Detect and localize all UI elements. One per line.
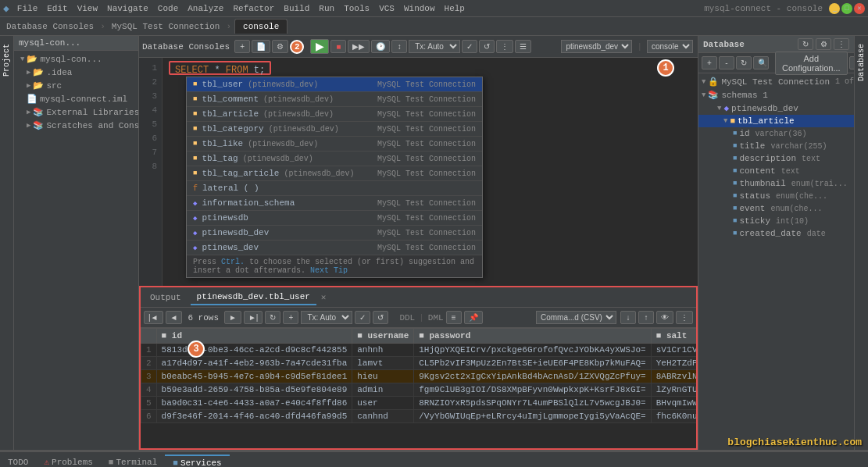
cell-password[interactable]: 9Kgsv2ct2xIgCxYipAnkBd4bAcnAsD/1ZXVQgZcP… xyxy=(414,370,651,383)
table-row[interactable]: 6 d9f3e46f-2014-4f46-ac40-dfd446fa99d5 c… xyxy=(141,410,697,423)
commit-btn[interactable]: ✓ xyxy=(355,311,370,324)
breadcrumb-db-consoles[interactable]: Database Consoles xyxy=(3,20,97,33)
new-console-button[interactable]: + xyxy=(234,40,250,53)
services-tab[interactable]: ■ Services xyxy=(165,455,229,468)
reload-button[interactable]: ↻ xyxy=(265,311,280,324)
menu-vcs[interactable]: VCS xyxy=(374,2,399,15)
db-field-item[interactable]: ■ id varchar(36) xyxy=(698,127,854,140)
tree-ext-libs[interactable]: ▶ 📚 External Libraries xyxy=(14,105,138,119)
ac-item-tbl-like[interactable]: ■ tbl_like (ptinewsdb_dev) MySQL Test Co… xyxy=(187,137,482,152)
schema-table-button[interactable]: ☰ xyxy=(515,40,531,53)
cell-id[interactable]: d9f3e46f-2014-4f46-ac40-dfd446fa99d5 xyxy=(156,410,352,423)
ac-item-tbl-tag[interactable]: ■ tbl_tag (ptinewsdb_dev) MySQL Test Con… xyxy=(187,152,482,166)
db-field-item[interactable]: ■ description text xyxy=(698,152,854,165)
export-button[interactable]: ↓ xyxy=(620,311,636,324)
more-result-button[interactable]: ⋮ xyxy=(676,311,693,324)
db-field-item[interactable]: ■ sticky int(10) xyxy=(698,215,854,227)
cell-username[interactable]: admin xyxy=(352,383,414,397)
menu-build[interactable]: Build xyxy=(279,2,314,15)
cell-username[interactable]: anhnh xyxy=(352,344,414,357)
ac-item-tbl-article[interactable]: ■ tbl_article (ptinewsdb_dev) MySQL Test… xyxy=(187,107,482,122)
table-row[interactable]: 2 a17d4d97-a41f-4eb2-963b-7a47cde31fba l… xyxy=(141,357,697,370)
tree-src[interactable]: ▶ 📂 src xyxy=(14,79,138,92)
cell-salt[interactable]: lZyRnGTUB/B27jneWswlfg== xyxy=(651,383,696,397)
tree-scratches[interactable]: ▶ 📚 Scratches and Consoles xyxy=(14,119,138,132)
menu-analyze[interactable]: Analyze xyxy=(183,2,228,15)
cell-salt[interactable]: fhc6K0numq00gHhFBlqGog== xyxy=(651,410,696,423)
tx-auto-select[interactable]: Tx: Auto xyxy=(301,311,352,324)
db-add-button[interactable]: + xyxy=(702,56,717,70)
minimize-button[interactable]: ⎯ xyxy=(829,3,840,14)
add-row-button[interactable]: + xyxy=(283,311,298,324)
cell-username[interactable]: lamvt xyxy=(352,357,414,370)
eye-button[interactable]: 👁 xyxy=(656,311,673,324)
tx-select[interactable]: Tx: Auto xyxy=(409,40,460,53)
db-field-item[interactable]: ■ thumbnail enum(trai... xyxy=(698,177,854,190)
ac-item-info-schema[interactable]: ◆ information_schema MySQL Test Connecti… xyxy=(187,196,482,211)
menu-navigate[interactable]: Navigate xyxy=(102,2,153,15)
db-field-item[interactable]: ■ content text xyxy=(698,165,854,177)
output-tab[interactable]: Output xyxy=(144,291,188,305)
db-table-tbl-article[interactable]: ▼ ■ tbl_article xyxy=(698,115,854,127)
db-selector[interactable]: ptinewsdb_dev xyxy=(561,40,632,53)
stop-button[interactable]: ■ xyxy=(330,40,346,53)
ac-item-tbl-category[interactable]: ■ tbl_category (ptinewsdb_dev) MySQL Tes… xyxy=(187,122,482,137)
first-button[interactable]: |◄ xyxy=(144,311,163,324)
tree-iml[interactable]: 📄 mysql-connect.iml xyxy=(14,92,138,105)
cell-id[interactable]: a17d4d97-a41f-4eb2-963b-7a47cde31fba xyxy=(156,357,352,370)
db-refresh-button[interactable]: ↻ xyxy=(798,38,813,50)
col-password[interactable]: ■ password xyxy=(414,329,651,344)
db-remove-button[interactable]: - xyxy=(719,56,734,70)
cell-password[interactable]: fgm9ClUB3gIOI/DS8XMpBFyvn0WwpkxpK+KsrFJ8… xyxy=(414,383,651,397)
db-field-item[interactable]: ■ event enum(che... xyxy=(698,202,854,215)
cell-salt[interactable]: 8ABRzvlNVGcuTrx8Kz9UDA== xyxy=(651,370,696,383)
db-more-button[interactable]: ⋮ xyxy=(834,38,849,50)
ac-item-tbl-tag-article[interactable]: ■ tbl_tag_article (ptinewsdb_dev) MySQL … xyxy=(187,166,482,181)
menu-code[interactable]: Code xyxy=(153,2,183,15)
prev-button[interactable]: ◄ xyxy=(166,311,183,324)
resume-button[interactable]: ▶▶ xyxy=(348,40,370,53)
ac-item-tbl-comment[interactable]: ■ tbl_comment (ptinewsdb_dev) MySQL Test… xyxy=(187,92,482,107)
cell-id[interactable]: b0eabc45-b945-4e7c-a9b4-c9d5ef81dee1 xyxy=(156,370,352,383)
console-selector[interactable]: console xyxy=(647,40,693,53)
menu-file[interactable]: File xyxy=(13,2,42,15)
close-button[interactable]: ✕ xyxy=(854,3,865,14)
tbl-user-tab[interactable]: ptinewsdb_dev.tbl_user xyxy=(191,290,316,305)
cell-id[interactable]: ba9d0c31-c4e6-4433-a0a7-e40c4f8ffd86 xyxy=(156,397,352,410)
autocomplete-dropdown[interactable]: ■ tbl_user (ptinewsdb_dev) MySQL Test Co… xyxy=(186,77,483,278)
cell-salt[interactable]: YeH2TZdP7UqJbzl1olov3g== xyxy=(651,357,696,370)
ac-item-ptinewsdb[interactable]: ◆ ptinewsdb MySQL Test Connection xyxy=(187,211,482,226)
tree-root[interactable]: ▼ 📂 mysql-con... xyxy=(14,52,138,66)
db-sync-button[interactable]: ↻ xyxy=(736,56,752,70)
next-button[interactable]: ► xyxy=(224,311,241,324)
menu-window[interactable]: Window xyxy=(399,2,440,15)
breadcrumb-connection[interactable]: MySQL Test Connection xyxy=(109,20,223,33)
problems-tab[interactable]: ⚠ Problems xyxy=(36,455,100,467)
menu-help[interactable]: Help xyxy=(440,2,470,15)
last-button[interactable]: ►| xyxy=(244,311,263,324)
history-button[interactable]: 🕑 xyxy=(371,40,390,53)
database-side-tab[interactable]: Database xyxy=(855,39,868,86)
cell-salt[interactable]: BHvqmIwWAxJERPPhuWEvGw== xyxy=(651,397,696,410)
cell-password[interactable]: CL5Pb2vIF3MpUz2En7BtSE+ieUE6F4PE8Kbp7kMu… xyxy=(414,357,651,370)
add-config-button[interactable]: Add Configuration... xyxy=(775,52,848,75)
maximize-button[interactable]: □ xyxy=(841,3,852,14)
import-button[interactable]: ↑ xyxy=(638,311,654,324)
more-button[interactable]: ⋮ xyxy=(496,40,513,53)
db-field-item[interactable]: ■ title varchar(255) xyxy=(698,140,854,152)
menu-edit[interactable]: Edit xyxy=(42,2,72,15)
close-tab-icon[interactable]: ✕ xyxy=(321,292,327,302)
table-row[interactable]: 4 b59e3add-2659-4758-b85a-d5e9fe804e89 a… xyxy=(141,383,697,397)
menu-refactor[interactable]: Refactor xyxy=(228,2,279,15)
db-schemas-item[interactable]: ▼ 📚 schemas 1 xyxy=(698,88,854,102)
cell-password[interactable]: /VyYbGWIUqEp+eLRrcy4uImjLgmmopeIygi5yVaA… xyxy=(414,410,651,423)
db-connection-item[interactable]: ▼ 🔒 MySQL Test Connection 1 of 11 xyxy=(698,75,854,88)
table-row[interactable]: 3 b0eabc45-b945-4e7c-a9b4-c9d5ef81dee1 h… xyxy=(141,370,697,383)
col-salt[interactable]: ■ salt xyxy=(651,329,696,344)
table-row[interactable]: 1 5813dc9e-0be3-46cc-a2cd-d9c8cf442855 a… xyxy=(141,344,697,357)
tree-idea[interactable]: ▶ 📂 .idea xyxy=(14,66,138,79)
db-settings-button[interactable]: ⚙ xyxy=(816,38,831,50)
cell-salt[interactable]: sV1Cr1CVRVtrWWCp6ISOww== xyxy=(651,344,696,357)
filter-button[interactable]: ≡ xyxy=(446,311,462,324)
table-row[interactable]: 5 ba9d0c31-c4e6-4433-a0a7-e40c4f8ffd86 u… xyxy=(141,397,697,410)
